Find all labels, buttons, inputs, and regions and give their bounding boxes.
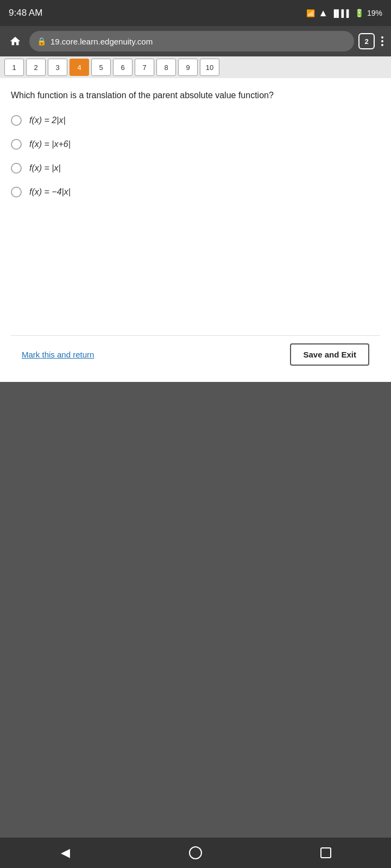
wifi-icon: ▲ <box>318 8 328 19</box>
question-6-btn[interactable]: 6 <box>113 59 133 76</box>
signal-icon: 📶 <box>306 9 315 17</box>
option-a-label: f(x) = 2|x| <box>29 116 66 125</box>
recent-apps-button[interactable] <box>312 839 339 866</box>
battery-icon: 🔋 <box>355 9 364 17</box>
status-icons: 📶 ▲ ▐▌▌▌ 🔋 19% <box>306 8 382 19</box>
option-d-label: f(x) = −4|x| <box>29 187 71 197</box>
question-4-btn[interactable]: 4 <box>70 59 89 76</box>
question-10-btn[interactable]: 10 <box>200 59 219 76</box>
radio-d[interactable] <box>11 187 22 197</box>
question-7-btn[interactable]: 7 <box>135 59 154 76</box>
question-1-btn[interactable]: 1 <box>4 59 24 76</box>
question-number-row: 1 2 3 4 5 6 7 8 9 10 <box>0 56 391 78</box>
question-8-btn[interactable]: 8 <box>156 59 176 76</box>
question-2-btn[interactable]: 2 <box>26 59 46 76</box>
bottom-row: Mark this and return Save and Exit <box>11 335 380 373</box>
home-nav-button[interactable] <box>182 839 209 866</box>
dark-background <box>0 382 391 762</box>
radio-a[interactable] <box>11 115 22 126</box>
battery-percent: 19% <box>367 9 382 17</box>
mark-return-link[interactable]: Mark this and return <box>22 350 94 359</box>
option-d[interactable]: f(x) = −4|x| <box>11 187 380 197</box>
option-b-label: f(x) = |x+6| <box>29 139 71 149</box>
question-card: Which function is a translation of the p… <box>0 78 391 382</box>
option-b[interactable]: f(x) = |x+6| <box>11 139 380 150</box>
tab-count[interactable]: 2 <box>358 33 375 49</box>
lock-icon: 🔒 <box>37 37 46 46</box>
menu-dots-button[interactable] <box>379 31 386 51</box>
question-5-btn[interactable]: 5 <box>91 59 111 76</box>
option-a[interactable]: f(x) = 2|x| <box>11 115 380 126</box>
question-text: Which function is a translation of the p… <box>11 89 380 102</box>
question-3-btn[interactable]: 3 <box>48 59 67 76</box>
status-time: 9:48 AM <box>9 8 42 18</box>
network-icon: ▐▌▌▌ <box>331 9 351 17</box>
nav-bottom-bar: ◀ <box>0 838 391 868</box>
radio-b[interactable] <box>11 139 22 150</box>
status-bar: 9:48 AM 📶 ▲ ▐▌▌▌ 🔋 19% <box>0 0 391 26</box>
url-bar[interactable]: 🔒 19.core.learn.edgenuity.com <box>29 31 354 52</box>
browser-bar: 🔒 19.core.learn.edgenuity.com 2 <box>0 26 391 56</box>
option-c-label: f(x) = |x| <box>29 163 61 173</box>
home-button[interactable] <box>5 31 25 51</box>
save-exit-button[interactable]: Save and Exit <box>290 343 369 366</box>
radio-c[interactable] <box>11 163 22 174</box>
question-9-btn[interactable]: 9 <box>178 59 198 76</box>
option-c[interactable]: f(x) = |x| <box>11 163 380 174</box>
back-button[interactable]: ◀ <box>52 839 79 866</box>
url-text: 19.core.learn.edgenuity.com <box>51 37 153 46</box>
